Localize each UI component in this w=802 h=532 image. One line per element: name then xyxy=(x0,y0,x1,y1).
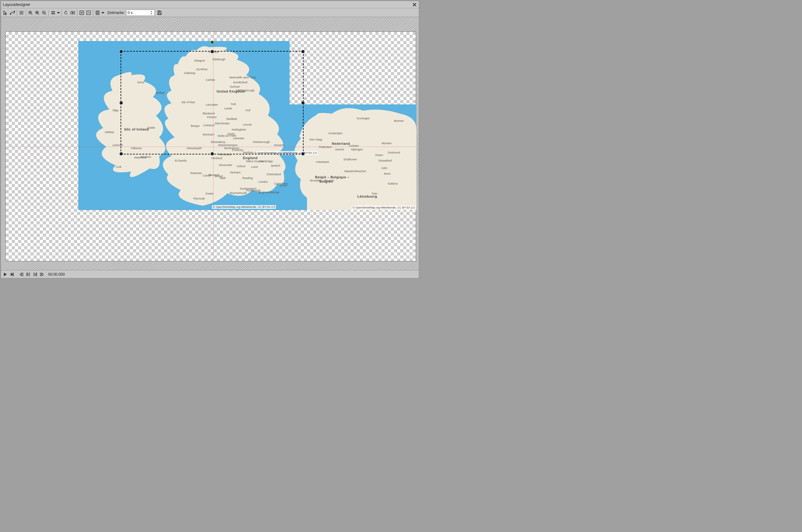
map-place-label: Exeter xyxy=(206,192,214,195)
next-frame-button[interactable] xyxy=(32,271,38,278)
play-button[interactable] xyxy=(2,271,8,278)
handle-nw[interactable] xyxy=(119,50,123,54)
settings-icon[interactable] xyxy=(94,9,101,16)
zoom-fit-icon[interactable] xyxy=(34,9,41,16)
map-place-label: Galway xyxy=(105,131,114,134)
map-place-label: Den Haag xyxy=(309,138,322,141)
rewind-button[interactable] xyxy=(18,271,24,278)
window-title: Layoutdesigner xyxy=(3,2,412,7)
svg-rect-17 xyxy=(13,273,13,276)
map-place-label: Plymouth xyxy=(193,197,205,200)
svg-rect-19 xyxy=(36,273,37,276)
timecode-display: 00:00.000 xyxy=(48,272,65,277)
map-place-label: Hastings xyxy=(268,191,279,194)
timemark-label: Zeitmarke: xyxy=(107,11,125,15)
map-place-label: Koblenz xyxy=(388,182,398,185)
dropdown-arrow-icon-2[interactable] xyxy=(101,9,105,16)
layout-canvas[interactable]: NederlandDen HaagAmsterdamRotterdamUtrec… xyxy=(5,32,416,261)
map-place-label: Amsterdam xyxy=(328,132,342,135)
playback-bar: 00:00.000 xyxy=(1,270,419,278)
handle-ne[interactable] xyxy=(301,50,305,54)
map-place-label: Luton xyxy=(251,165,258,168)
remove-frame-icon[interactable] xyxy=(85,9,92,16)
map-place-label: Chelmsford xyxy=(267,173,281,176)
map-place-label: Bournemouth xyxy=(230,191,247,194)
save-icon[interactable] xyxy=(156,9,163,16)
map-place-label: Essen xyxy=(375,153,383,157)
curve-tool-icon[interactable] xyxy=(9,9,16,16)
select-tool-icon[interactable] xyxy=(2,9,9,16)
list-icon[interactable] xyxy=(18,9,25,16)
map-place-label: Trier xyxy=(371,192,377,195)
map-place-label: Milton Keynes xyxy=(246,160,264,163)
map-attribution-uk: © OpenStreetMap.org-Mitwirkende, CC BY-S… xyxy=(212,205,276,209)
handle-w[interactable] xyxy=(119,101,123,105)
selection-box[interactable] xyxy=(120,51,304,154)
map-place-label: Köln xyxy=(382,167,387,170)
map-place-label: Swindon xyxy=(230,171,241,174)
map-place-label: Eindhoven xyxy=(344,158,357,161)
map-place-label: Oxford xyxy=(237,165,245,168)
prev-frame-button[interactable] xyxy=(25,271,32,278)
map-place-label: Ipswich xyxy=(271,164,280,167)
handle-s[interactable] xyxy=(210,152,214,156)
map-place-label: Brighton xyxy=(259,191,269,194)
map-place-label: Belgien xyxy=(320,179,333,183)
spinner-arrows[interactable]: ▲▼ xyxy=(150,10,154,16)
add-frame-icon[interactable] xyxy=(78,9,85,16)
handle-e[interactable] xyxy=(301,101,305,105)
fast-forward-button[interactable] xyxy=(39,271,45,278)
map-place-label: Düsseldorf xyxy=(379,159,392,162)
map-place-label: Groningen xyxy=(357,117,370,120)
handle-se[interactable] xyxy=(301,152,305,156)
svg-point-7 xyxy=(72,12,73,13)
timemark-value: 0 s xyxy=(128,11,133,15)
grid-icon[interactable] xyxy=(50,9,57,16)
map-place-label: Nijmegen xyxy=(351,148,363,151)
zoom-in-icon[interactable] xyxy=(27,9,34,16)
zoom-out-icon[interactable] xyxy=(41,9,47,16)
map-place-label: Rotterdam xyxy=(319,146,332,149)
map-place-label: England xyxy=(243,156,257,160)
toolbar: Zeitmarke: 0 s ▲▼ xyxy=(1,8,419,17)
svg-rect-18 xyxy=(27,273,27,276)
map-place-label: Bath xyxy=(220,176,226,179)
map-tile-nl[interactable]: NederlandDen HaagAmsterdamRotterdamUtrec… xyxy=(288,104,416,210)
map-place-label: België – Belgique – xyxy=(315,175,349,179)
map-place-label: Münster xyxy=(382,142,392,145)
svg-point-4 xyxy=(37,12,38,13)
rotation-handle[interactable] xyxy=(210,40,214,44)
map-place-label: Nederland xyxy=(332,142,350,146)
layout-designer-window: Layoutdesigner Zeitmarke: 0 s ▲▼ xyxy=(1,1,419,279)
timemark-input[interactable]: 0 s ▲▼ xyxy=(126,10,155,16)
map-place-label: Maastricht xyxy=(344,170,357,173)
svg-rect-11 xyxy=(158,13,160,15)
map-place-label: Bonn xyxy=(384,172,390,175)
window-close-button[interactable] xyxy=(412,2,417,7)
map-place-label: Dover xyxy=(280,184,287,187)
center-icon[interactable] xyxy=(69,9,76,16)
map-place-label: St Davids xyxy=(175,159,187,162)
svg-rect-12 xyxy=(159,11,160,12)
handle-n[interactable] xyxy=(210,50,214,54)
map-place-label: Antwerpen xyxy=(316,160,329,164)
map-place-label: Sligo xyxy=(113,109,119,112)
reset-icon[interactable] xyxy=(62,9,69,16)
map-place-label: Reading xyxy=(242,176,253,179)
map-place-label: Newport xyxy=(209,173,219,176)
map-place-label: Utrecht xyxy=(335,148,344,151)
dropdown-arrow-icon[interactable] xyxy=(57,9,60,16)
svg-point-0 xyxy=(10,13,11,14)
map-place-label: Bremen xyxy=(394,119,404,122)
map-place-label: Gloucester xyxy=(219,164,232,167)
svg-point-1 xyxy=(14,11,15,12)
canvas-area[interactable]: NederlandDen HaagAmsterdamRotterdamUtrec… xyxy=(1,17,419,270)
map-place-label: Wexford xyxy=(140,155,151,158)
title-bar: Layoutdesigner xyxy=(1,1,419,8)
map-attribution-nl: © OpenStreetMap.org-Mitwirkende, CC BY-S… xyxy=(352,206,416,209)
map-place-label: Cork xyxy=(116,165,121,168)
play-pause-button[interactable] xyxy=(9,271,15,278)
handle-sw[interactable] xyxy=(119,152,123,156)
map-place-label: Aachen xyxy=(357,170,366,173)
map-place-label: Swansea xyxy=(190,172,202,175)
